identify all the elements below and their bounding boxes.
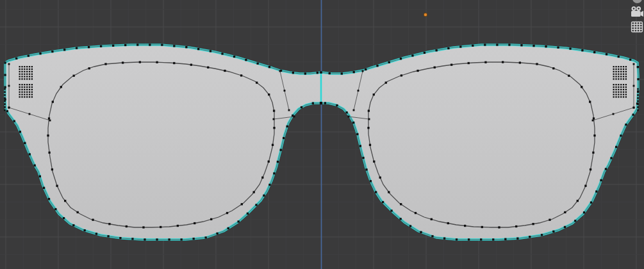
- grid-display-icon[interactable]: [631, 21, 643, 33]
- viewport-corner-toolbar: [631, 0, 643, 33]
- camera-view-icon[interactable]: [631, 6, 643, 17]
- partial-icon-top[interactable]: [632, 0, 642, 3]
- object-origin[interactable]: [424, 13, 427, 17]
- 3d-viewport[interactable]: [0, 0, 644, 269]
- viewport-scene: [0, 0, 644, 269]
